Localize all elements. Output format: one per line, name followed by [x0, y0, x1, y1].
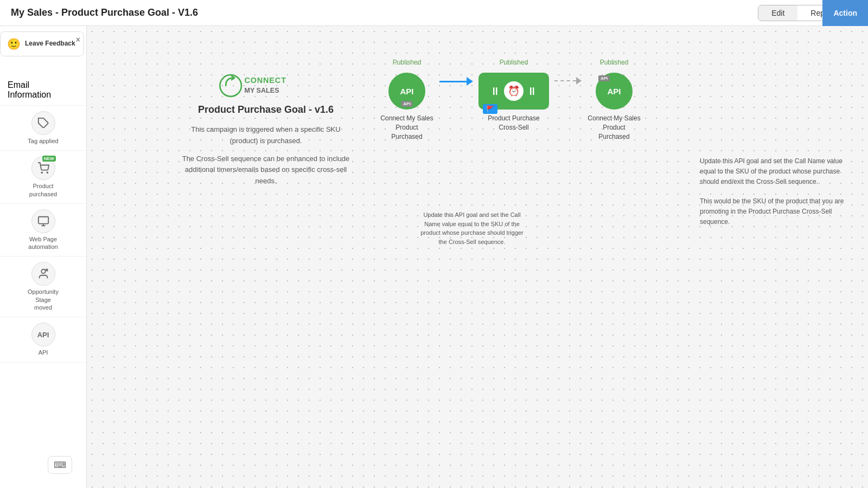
product-label: Productpurchased	[29, 182, 57, 198]
node1-text: Connect My SalesProduct Purchased	[380, 114, 434, 141]
sidebar-item-opportunity[interactable]: OpportunityStagemoved	[0, 256, 86, 317]
flow-node-2: Published ⏸ ⏰ ⏸ 🚩 Product PurchaseCross-…	[478, 59, 549, 132]
api-icon: API	[31, 323, 55, 346]
action-button[interactable]: Action	[822, 0, 868, 26]
sidebar-item-product[interactable]: NEW Productpurchased	[0, 151, 86, 204]
node1-desc: Update this API goal and set the Call Na…	[418, 210, 526, 246]
page-title: My Sales - Product Purchase Goal - V1.6	[11, 7, 198, 18]
product-icon: NEW	[31, 156, 55, 180]
feedback-popup: 🙂 Leave Feedback ×	[0, 31, 84, 56]
node2-block[interactable]: ⏸ ⏰ ⏸ 🚩	[478, 73, 549, 110]
webpage-icon	[31, 209, 55, 233]
timer-icon: ⏰	[504, 81, 524, 101]
connect-logo: CONNECT MY SALES	[179, 69, 353, 104]
smiley-icon: 🙂	[7, 37, 21, 50]
node2-published: Published	[500, 59, 528, 66]
flow-diagram: Published API API Connect My SalesProduc…	[380, 59, 641, 141]
right-info-text2: This would be the SKU of the product tha…	[700, 196, 852, 228]
tag-icon	[31, 111, 55, 135]
svg-text:CONNECT: CONNECT	[244, 76, 286, 85]
api-label: API	[39, 349, 48, 356]
flow-arrow-1	[434, 77, 478, 86]
email-info-label: EmailInformation	[8, 80, 51, 100]
node2-inner: ⏸ ⏰ ⏸	[490, 81, 538, 101]
flow-node-1: Published API API Connect My SalesProduc…	[380, 59, 434, 141]
keyboard-icon: ⌨	[54, 460, 66, 470]
sidebar-item-email-info[interactable]: EmailInformation	[0, 75, 86, 106]
node3-circle[interactable]: API API	[596, 73, 633, 110]
new-badge-product: NEW	[42, 156, 56, 162]
edit-button[interactable]: Edit	[758, 5, 797, 21]
opportunity-icon	[31, 262, 55, 286]
sidebar-item-api[interactable]: API API	[0, 317, 86, 362]
main-layout: 🙂 Leave Feedback × EmailInformation Tag …	[0, 26, 868, 488]
node1-published: Published	[393, 59, 422, 66]
sidebar-item-tag[interactable]: Tag applied	[0, 106, 86, 151]
arrow1-head	[467, 77, 473, 86]
svg-point-2	[41, 172, 42, 174]
node3-text: Connect My SalesProduct Purchased	[587, 114, 641, 141]
opportunity-label: OpportunityStagemoved	[28, 288, 59, 311]
flag-icon: 🚩	[483, 104, 497, 114]
info-card-title: Product Purchase Goal - v1.6	[179, 104, 353, 115]
sidebar: 🙂 Leave Feedback × EmailInformation Tag …	[0, 26, 87, 488]
node1-circle[interactable]: API API	[388, 73, 425, 110]
svg-rect-4	[38, 217, 48, 224]
feedback-label: Leave Feedback	[25, 40, 75, 48]
canvas: CONNECT MY SALES Product Purchase Goal -…	[87, 26, 868, 488]
right-info: Update this API goal and set the Call Na…	[700, 156, 852, 227]
info-card: CONNECT MY SALES Product Purchase Goal -…	[179, 69, 353, 187]
arrow1-line	[439, 81, 467, 82]
svg-point-3	[47, 172, 48, 174]
svg-text:MY SALES: MY SALES	[244, 87, 279, 94]
node3-api-badge: API	[598, 75, 610, 81]
svg-point-7	[41, 269, 45, 273]
flow-arrow-2	[549, 77, 587, 85]
sidebar-item-webpage[interactable]: Web Pageautomation	[0, 204, 86, 257]
info-card-desc2: The Cross-Sell sequence can be enhanced …	[179, 153, 353, 187]
dashed-line	[554, 80, 576, 81]
node1-api-badge: API	[401, 101, 412, 107]
info-card-desc1: This campaign is triggered when a specif…	[179, 124, 353, 147]
flow-node-3: Published API API Connect My SalesProduc…	[587, 59, 641, 141]
node2-text: Product PurchaseCross-Sell	[488, 114, 539, 132]
feedback-close-button[interactable]: ×	[76, 35, 80, 44]
webpage-label: Web Pageautomation	[28, 235, 58, 251]
keyboard-toolbar: ⌨	[48, 456, 72, 474]
header: My Sales - Product Purchase Goal - V1.6 …	[0, 0, 868, 26]
sidebar-items: EmailInformation Tag applied NEW Product…	[0, 75, 86, 363]
tag-label: Tag applied	[28, 137, 58, 145]
right-info-text1: Update this API goal and set the Call Na…	[700, 156, 852, 188]
node3-published: Published	[600, 59, 629, 66]
dashed-head	[576, 77, 582, 85]
